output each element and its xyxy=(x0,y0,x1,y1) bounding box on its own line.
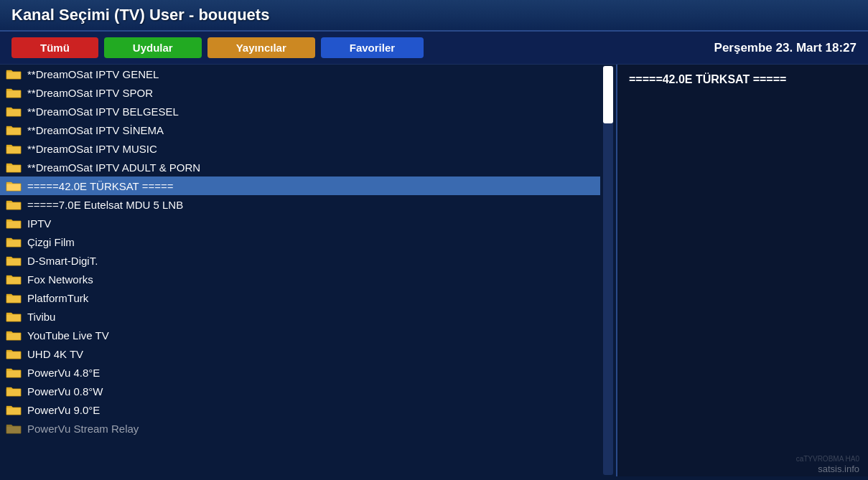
list-item[interactable]: PowerVu 0.8°W xyxy=(0,382,600,400)
list-item-text: **DreamOSat IPTV SPOR xyxy=(27,87,153,99)
list-item-text: D-Smart-DigiT. xyxy=(27,255,98,267)
list-item-text: =====42.0E TÜRKSAT ===== xyxy=(27,180,173,192)
list-item-text: IPTV xyxy=(27,217,51,230)
list-item[interactable]: **DreamOSat IPTV BELGESEL xyxy=(0,102,600,121)
title-bar: Kanal Seçimi (TV) User - bouquets xyxy=(0,0,868,32)
list-item[interactable]: PowerVu Stream Relay xyxy=(0,419,600,438)
tab-yayincilar[interactable]: Yayıncılar xyxy=(207,37,315,58)
list-item-text: **DreamOSat IPTV SİNEMA xyxy=(27,124,164,136)
folder-icon xyxy=(6,310,22,323)
folder-icon xyxy=(6,105,22,118)
datetime-display: Perşembe 23. Mart 18:27 xyxy=(714,41,857,55)
list-item[interactable]: Çizgi Film xyxy=(0,232,600,251)
list-item[interactable]: YouTube Live TV xyxy=(0,326,600,344)
tab-tuumu[interactable]: Tümü xyxy=(11,37,98,58)
list-container: **DreamOSat IPTV GENEL **DreamOSat IPTV … xyxy=(0,65,600,438)
list-item[interactable]: **DreamOSat IPTV SPOR xyxy=(0,83,600,102)
list-item-text: **DreamOSat IPTV BELGESEL xyxy=(27,105,179,118)
list-item-text: Fox Networks xyxy=(27,273,93,286)
scrollbar-track xyxy=(603,66,613,475)
list-item[interactable]: UHD 4K TV xyxy=(0,344,600,363)
watermark: caTYVROBMA HA0 satsis.info xyxy=(796,453,859,474)
folder-icon xyxy=(6,273,22,286)
list-item[interactable]: **DreamOSat IPTV GENEL xyxy=(0,65,600,83)
folder-icon xyxy=(6,385,22,397)
list-item-text: PowerVu 0.8°W xyxy=(27,385,103,397)
folder-icon xyxy=(6,86,22,99)
tab-uydular[interactable]: Uydular xyxy=(104,37,202,58)
folder-icon xyxy=(6,366,22,379)
list-item-text: PlatformTurk xyxy=(27,292,88,304)
list-item-text: YouTube Live TV xyxy=(27,329,109,342)
folder-icon xyxy=(6,422,22,435)
list-item-text: **DreamOSat IPTV ADULT & PORN xyxy=(27,161,200,174)
list-item-text: =====7.0E Eutelsat MDU 5 LNB xyxy=(27,199,183,211)
scrollbar[interactable] xyxy=(600,65,616,476)
folder-icon xyxy=(6,347,22,360)
list-item[interactable]: PowerVu 4.8°E xyxy=(0,363,600,382)
folder-icon xyxy=(6,198,22,211)
list-item[interactable]: **DreamOSat IPTV ADULT & PORN xyxy=(0,158,600,177)
main-content: **DreamOSat IPTV GENEL **DreamOSat IPTV … xyxy=(0,65,868,476)
list-item[interactable]: PowerVu 9.0°E xyxy=(0,400,600,419)
list-item-text: PowerVu Stream Relay xyxy=(27,423,139,435)
folder-icon xyxy=(6,235,22,248)
list-item[interactable]: **DreamOSat IPTV MUSIC xyxy=(0,139,600,158)
list-item[interactable]: PlatformTurk xyxy=(0,288,600,307)
list-item[interactable]: =====42.0E TÜRKSAT ===== xyxy=(0,177,600,195)
list-item-text: UHD 4K TV xyxy=(27,348,83,360)
list-item[interactable]: **DreamOSat IPTV SİNEMA xyxy=(0,121,600,139)
tab-bar: Tümü Uydular Yayıncılar Favoriler Perşem… xyxy=(0,32,868,65)
folder-icon xyxy=(6,142,22,155)
tab-favoriler[interactable]: Favoriler xyxy=(321,37,424,58)
folder-icon xyxy=(6,179,22,192)
list-item-text: PowerVu 9.0°E xyxy=(27,404,100,416)
list-item[interactable]: IPTV xyxy=(0,214,600,232)
folder-icon xyxy=(6,254,22,267)
list-item[interactable]: Tivibu xyxy=(0,307,600,326)
folder-icon xyxy=(6,161,22,174)
folder-icon xyxy=(6,67,22,80)
right-panel-title: =====42.0E TÜRKSAT ===== xyxy=(629,73,857,86)
list-item[interactable]: D-Smart-DigiT. xyxy=(0,251,600,270)
list-item-text: **DreamOSat IPTV MUSIC xyxy=(27,143,157,155)
list-item-text: PowerVu 4.8°E xyxy=(27,367,100,379)
list-panel: **DreamOSat IPTV GENEL **DreamOSat IPTV … xyxy=(0,65,617,476)
folder-icon xyxy=(6,217,22,230)
right-panel: =====42.0E TÜRKSAT ===== xyxy=(617,65,868,476)
list-item[interactable]: =====7.0E Eutelsat MDU 5 LNB xyxy=(0,195,600,214)
page-title: Kanal Seçimi (TV) User - bouquets xyxy=(11,6,857,24)
scrollbar-thumb[interactable] xyxy=(603,66,613,123)
folder-icon xyxy=(6,291,22,304)
list-item-text: Tivibu xyxy=(27,311,55,323)
folder-icon xyxy=(6,329,22,342)
list-item[interactable]: Fox Networks xyxy=(0,270,600,288)
folder-icon xyxy=(6,403,22,416)
folder-icon xyxy=(6,123,22,136)
list-item-text: Çizgi Film xyxy=(27,236,75,248)
list-item-text: **DreamOSat IPTV GENEL xyxy=(27,68,159,80)
